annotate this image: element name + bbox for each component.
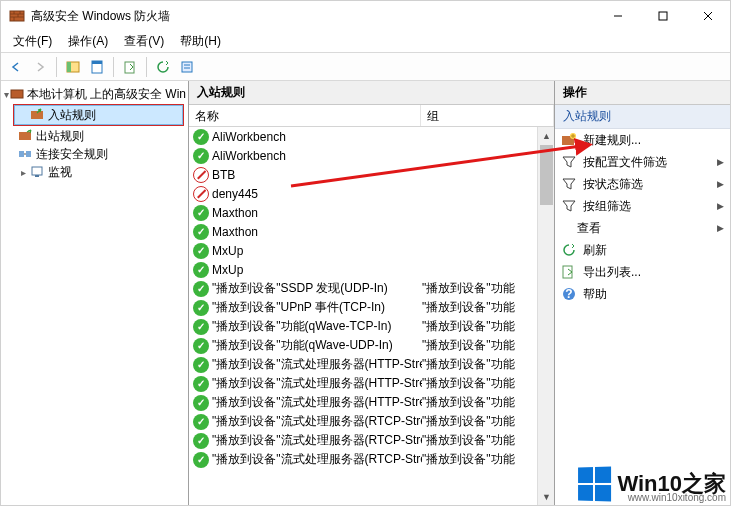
vertical-scrollbar[interactable]: ▲ ▼ (537, 127, 554, 505)
rule-row[interactable]: ✓"播放到设备"功能(qWave-UDP-In)"播放到设备"功能 (189, 336, 554, 355)
rule-name: "播放到设备"流式处理服务器(HTTP-Stre... (212, 356, 422, 373)
rule-row[interactable]: ✓Maxthon (189, 203, 554, 222)
rule-name: "播放到设备"流式处理服务器(RTCP-Stre... (212, 432, 422, 449)
rule-row[interactable]: ✓"播放到设备"UPnP 事件(TCP-In)"播放到设备"功能 (189, 298, 554, 317)
firewall-icon (10, 86, 24, 102)
tree-connection-security[interactable]: 连接安全规则 (3, 145, 186, 163)
minimize-button[interactable] (595, 1, 640, 31)
svg-rect-17 (32, 167, 42, 175)
rule-name: "播放到设备"UPnP 事件(TCP-In) (212, 299, 422, 316)
menu-view[interactable]: 查看(V) (116, 31, 172, 52)
rule-row[interactable]: deny445 (189, 184, 554, 203)
menu-file[interactable]: 文件(F) (5, 31, 60, 52)
forward-button[interactable] (29, 56, 51, 78)
rule-row[interactable]: ✓MxUp (189, 260, 554, 279)
action-filter-state-label: 按状态筛选 (583, 176, 643, 193)
inbound-icon (29, 107, 45, 123)
scroll-up-icon[interactable]: ▲ (538, 127, 554, 144)
svg-rect-2 (659, 12, 667, 20)
action-export[interactable]: 导出列表... (555, 261, 730, 283)
rule-row[interactable]: ✓"播放到设备"流式处理服务器(HTTP-Stre..."播放到设备"功能 (189, 393, 554, 412)
rule-name: "播放到设备"流式处理服务器(HTTP-Stre... (212, 375, 422, 392)
close-button[interactable] (685, 1, 730, 31)
rule-group: "播放到设备"功能 (422, 394, 515, 411)
svg-rect-13 (19, 132, 31, 140)
action-view[interactable]: 查看 ▶ (555, 217, 730, 239)
scroll-down-icon[interactable]: ▼ (538, 488, 554, 505)
allow-icon: ✓ (193, 414, 209, 430)
rule-row[interactable]: BTB (189, 165, 554, 184)
tree-inbound-rules[interactable]: 入站规则 (15, 106, 182, 124)
rule-row[interactable]: ✓AliWorkbench (189, 146, 554, 165)
rule-group: "播放到设备"功能 (422, 432, 515, 449)
allow-icon: ✓ (193, 357, 209, 373)
allow-icon: ✓ (193, 338, 209, 354)
allow-icon: ✓ (193, 300, 209, 316)
svg-text:?: ? (565, 287, 572, 301)
expand-icon[interactable]: ▸ (17, 167, 29, 178)
scroll-thumb[interactable] (540, 145, 553, 205)
firewall-icon (9, 8, 25, 24)
svg-rect-14 (19, 151, 24, 157)
rule-row[interactable]: ✓"播放到设备"流式处理服务器(RTCP-Stre..."播放到设备"功能 (189, 431, 554, 450)
svg-rect-11 (11, 90, 23, 98)
filter-icon (561, 154, 577, 170)
main-area: ▾ 本地计算机 上的高级安全 Win 入站规则 出站规则 连接安全规则 ▸ 监视… (1, 81, 730, 505)
rule-name: MxUp (212, 263, 422, 277)
filter-button[interactable] (176, 56, 198, 78)
collapse-icon[interactable]: ▾ (3, 89, 10, 100)
allow-icon: ✓ (193, 433, 209, 449)
watermark: Win10之家 www.win10xitong.com (577, 467, 726, 501)
tree-monitor-label: 监视 (48, 164, 72, 181)
rule-row[interactable]: ✓"播放到设备"流式处理服务器(RTCP-Stre..."播放到设备"功能 (189, 412, 554, 431)
watermark-url: www.win10xitong.com (628, 492, 726, 503)
rule-row[interactable]: ✓"播放到设备"流式处理服务器(RTCP-Stre..."播放到设备"功能 (189, 450, 554, 469)
outbound-icon (17, 128, 33, 144)
rule-name: MxUp (212, 244, 422, 258)
back-button[interactable] (5, 56, 27, 78)
tree-outbound-rules[interactable]: 出站规则 (3, 127, 186, 145)
block-icon (193, 186, 209, 202)
allow-icon: ✓ (193, 281, 209, 297)
rule-row[interactable]: ✓"播放到设备"流式处理服务器(HTTP-Stre..."播放到设备"功能 (189, 374, 554, 393)
new-rule-icon (561, 132, 577, 148)
rule-name: "播放到设备"SSDP 发现(UDP-In) (212, 280, 422, 297)
tree-monitoring[interactable]: ▸ 监视 (3, 163, 186, 181)
rules-panel-title: 入站规则 (189, 81, 554, 105)
rule-row[interactable]: ✓"播放到设备"SSDP 发现(UDP-In)"播放到设备"功能 (189, 279, 554, 298)
tree-inbound-label: 入站规则 (48, 107, 96, 124)
rule-group: "播放到设备"功能 (422, 451, 515, 468)
column-name[interactable]: 名称 (189, 105, 421, 126)
tree-root[interactable]: ▾ 本地计算机 上的高级安全 Win (3, 85, 186, 103)
allow-icon: ✓ (193, 224, 209, 240)
action-refresh[interactable]: 刷新 (555, 239, 730, 261)
action-filter-group[interactable]: 按组筛选 ▶ (555, 195, 730, 217)
rule-row[interactable]: ✓AliWorkbench (189, 127, 554, 146)
properties-button[interactable] (86, 56, 108, 78)
action-new-rule-label: 新建规则... (583, 132, 641, 149)
rule-name: "播放到设备"流式处理服务器(HTTP-Stre... (212, 394, 422, 411)
rule-row[interactable]: ✓"播放到设备"功能(qWave-TCP-In)"播放到设备"功能 (189, 317, 554, 336)
submenu-arrow-icon: ▶ (717, 201, 724, 211)
action-new-rule[interactable]: 新建规则... (555, 129, 730, 151)
rule-group: "播放到设备"功能 (422, 356, 515, 373)
rule-row[interactable]: ✓Maxthon (189, 222, 554, 241)
action-help[interactable]: ? 帮助 (555, 283, 730, 305)
refresh-button[interactable] (152, 56, 174, 78)
maximize-button[interactable] (640, 1, 685, 31)
menu-action[interactable]: 操作(A) (60, 31, 116, 52)
action-filter-state[interactable]: 按状态筛选 ▶ (555, 173, 730, 195)
rule-row[interactable]: ✓MxUp (189, 241, 554, 260)
show-hide-tree-button[interactable] (62, 56, 84, 78)
svg-rect-0 (10, 11, 24, 21)
allow-icon: ✓ (193, 243, 209, 259)
rule-row[interactable]: ✓"播放到设备"流式处理服务器(HTTP-Stre..."播放到设备"功能 (189, 355, 554, 374)
action-filter-profile[interactable]: 按配置文件筛选 ▶ (555, 151, 730, 173)
actions-title: 操作 (555, 81, 730, 105)
export-button[interactable] (119, 56, 141, 78)
toolbar (1, 53, 730, 81)
column-group[interactable]: 组 (421, 105, 554, 126)
allow-icon: ✓ (193, 205, 209, 221)
rules-list[interactable]: ✓AliWorkbench✓AliWorkbenchBTBdeny445✓Max… (189, 127, 554, 505)
menu-help[interactable]: 帮助(H) (172, 31, 229, 52)
